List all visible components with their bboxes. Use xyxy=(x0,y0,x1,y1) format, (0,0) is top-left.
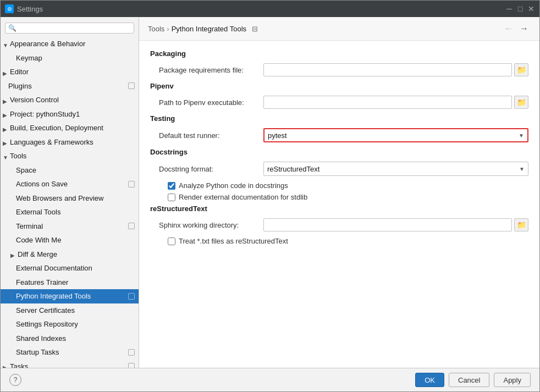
expand-arrow-icon: ▶ xyxy=(3,111,8,117)
sidebar-item-web-browsers[interactable]: Web Browsers and Preview xyxy=(1,191,139,206)
sidebar-item-tools[interactable]: ▼ Tools xyxy=(1,149,139,163)
dropdown-arrow-icon: ▼ xyxy=(519,166,525,172)
window-controls: ─ □ ✕ xyxy=(505,5,535,13)
apply-button[interactable]: Apply xyxy=(494,373,531,387)
pipenv-row: Path to Pipenv executable: 📁 xyxy=(150,96,528,109)
sidebar-badge xyxy=(128,349,135,356)
settings-dialog: ⚙ Settings ─ □ ✕ 🔍 ▼ Appearance & Behavi… xyxy=(0,0,540,392)
folder-icon: 📁 xyxy=(517,98,526,107)
sidebar-badge xyxy=(128,222,135,230)
treat-checkbox[interactable] xyxy=(168,238,175,245)
test-runner-dropdown[interactable]: pytest ▼ xyxy=(263,128,528,142)
package-req-folder-button[interactable]: 📁 xyxy=(514,63,528,76)
expand-arrow-icon: ▶ xyxy=(3,69,8,75)
expand-arrow-icon: ▶ xyxy=(3,125,8,131)
treat-label: Treat *.txt files as reStructuredText xyxy=(179,237,288,245)
sidebar-badge xyxy=(128,82,135,90)
folder-icon: 📁 xyxy=(517,65,526,74)
restructured-section-title: reStructuredText xyxy=(150,205,528,213)
forward-button[interactable]: → xyxy=(517,23,531,35)
folder-icon: 📁 xyxy=(517,220,526,229)
help-button[interactable]: ? xyxy=(9,374,21,386)
render-checkbox-row: Render external documentation for stdlib xyxy=(150,193,528,201)
packaging-section-title: Packaging xyxy=(150,49,528,58)
expand-arrow-icon: ▶ xyxy=(3,139,8,145)
analyze-label: Analyze Python code in docstrings xyxy=(179,181,288,190)
maximize-button[interactable]: □ xyxy=(516,5,524,13)
sidebar-item-features-trainer[interactable]: Features Trainer xyxy=(1,275,139,290)
ok-button[interactable]: OK xyxy=(415,373,444,387)
analyze-checkbox[interactable] xyxy=(168,182,175,190)
sidebar-item-version-control[interactable]: ▶ Version Control xyxy=(1,93,139,107)
sidebar-item-languages[interactable]: ▶ Languages & Frameworks xyxy=(1,135,139,150)
close-button[interactable]: ✕ xyxy=(527,5,535,13)
breadcrumb-separator: › xyxy=(167,25,169,33)
sidebar-item-label: Settings Repository xyxy=(16,319,135,330)
sphinx-label: Sphinx working directory: xyxy=(159,221,263,229)
sidebar-item-appearance[interactable]: ▼ Appearance & Behavior xyxy=(1,37,139,51)
sidebar-item-label: Languages & Frameworks xyxy=(10,137,135,148)
sidebar-item-python-integrated[interactable]: Python Integrated Tools xyxy=(1,289,139,303)
sidebar-item-server-certs[interactable]: Server Certificates xyxy=(1,303,139,318)
title-bar: ⚙ Settings ─ □ ✕ xyxy=(1,1,539,17)
sidebar-item-diff-merge[interactable]: ▶ Diff & Merge xyxy=(1,247,139,262)
sidebar-item-keymap[interactable]: Keymap xyxy=(1,51,139,65)
sidebar-item-label: Server Certificates xyxy=(16,305,135,316)
render-checkbox[interactable] xyxy=(168,194,175,201)
test-runner-row: Default test runner: pytest ▼ xyxy=(150,128,528,142)
docstring-format-field: reStructuredText ▼ xyxy=(263,162,528,176)
package-req-label: Package requirements file: xyxy=(159,66,263,74)
pipenv-folder-button[interactable]: 📁 xyxy=(514,96,528,109)
panel-header: Tools › Python Integrated Tools ⊟ ← → xyxy=(139,17,539,41)
breadcrumb: Tools › Python Integrated Tools ⊟ xyxy=(148,25,502,33)
minimize-button[interactable]: ─ xyxy=(505,5,513,13)
sidebar-item-code-with-me[interactable]: Code With Me xyxy=(1,233,139,247)
sidebar-item-build[interactable]: ▶ Build, Execution, Deployment xyxy=(1,121,139,135)
docstring-format-label: Docstring format: xyxy=(159,165,263,173)
sidebar-item-external-tools[interactable]: External Tools xyxy=(1,205,139,219)
render-label: Render external documentation for stdlib xyxy=(179,193,307,201)
test-runner-value: pytest xyxy=(268,131,516,140)
sidebar-item-plugins[interactable]: Plugins xyxy=(1,79,139,93)
sidebar-item-label: Keymap xyxy=(16,53,135,64)
sidebar-badge xyxy=(128,362,135,368)
treat-checkbox-row: Treat *.txt files as reStructuredText xyxy=(150,237,528,245)
sidebar-item-settings-repo[interactable]: Settings Repository xyxy=(1,317,139,332)
breadcrumb-root: Tools xyxy=(148,25,164,33)
pipenv-label: Path to Pipenv executable: xyxy=(159,98,263,107)
sidebar-item-actions-on-save[interactable]: Actions on Save xyxy=(1,177,139,191)
docstring-format-dropdown[interactable]: reStructuredText ▼ xyxy=(263,162,528,176)
sidebar-item-external-docs[interactable]: External Documentation xyxy=(1,261,139,275)
sidebar-item-label: Actions on Save xyxy=(16,179,125,190)
bottom-bar: ? OK Cancel Apply xyxy=(1,368,539,391)
package-req-field: 📁 xyxy=(263,63,528,76)
search-box[interactable]: 🔍 xyxy=(5,23,134,34)
package-req-row: Package requirements file: 📁 xyxy=(150,63,528,76)
nav-buttons: ← → xyxy=(502,23,531,35)
sidebar-item-label: Build, Execution, Deployment xyxy=(10,123,135,134)
expand-arrow-icon: ▶ xyxy=(3,97,8,103)
sidebar-item-tasks[interactable]: ▶ Tasks xyxy=(1,360,139,368)
sidebar-item-shared-indexes[interactable]: Shared Indexes xyxy=(1,332,139,346)
sphinx-input[interactable] xyxy=(263,218,512,231)
sphinx-folder-button[interactable]: 📁 xyxy=(514,218,528,231)
sidebar-item-label: Terminal xyxy=(16,221,125,232)
docstring-format-row: Docstring format: reStructuredText ▼ xyxy=(150,162,528,176)
sidebar-item-startup-tasks[interactable]: Startup Tasks xyxy=(1,345,139,360)
expand-arrow-icon: ▶ xyxy=(10,251,16,257)
test-runner-label: Default test runner: xyxy=(159,131,263,140)
cancel-button[interactable]: Cancel xyxy=(449,373,489,387)
sidebar-item-editor[interactable]: ▶ Editor xyxy=(1,65,139,79)
pipenv-input[interactable] xyxy=(263,96,512,109)
svg-text:⚙: ⚙ xyxy=(7,6,12,12)
back-button[interactable]: ← xyxy=(502,23,515,35)
package-req-input[interactable] xyxy=(263,63,512,76)
sidebar-item-space[interactable]: Space xyxy=(1,163,139,178)
sidebar-item-terminal[interactable]: Terminal xyxy=(1,219,139,234)
sidebar-item-project[interactable]: ▶ Project: pythonStudy1 xyxy=(1,107,139,122)
sidebar-item-label: Diff & Merge xyxy=(18,249,135,260)
breadcrumb-current: Python Integrated Tools xyxy=(172,25,246,33)
search-input[interactable] xyxy=(19,24,131,32)
sidebar-item-label: Startup Tasks xyxy=(16,347,125,358)
testing-section-title: Testing xyxy=(150,114,528,123)
